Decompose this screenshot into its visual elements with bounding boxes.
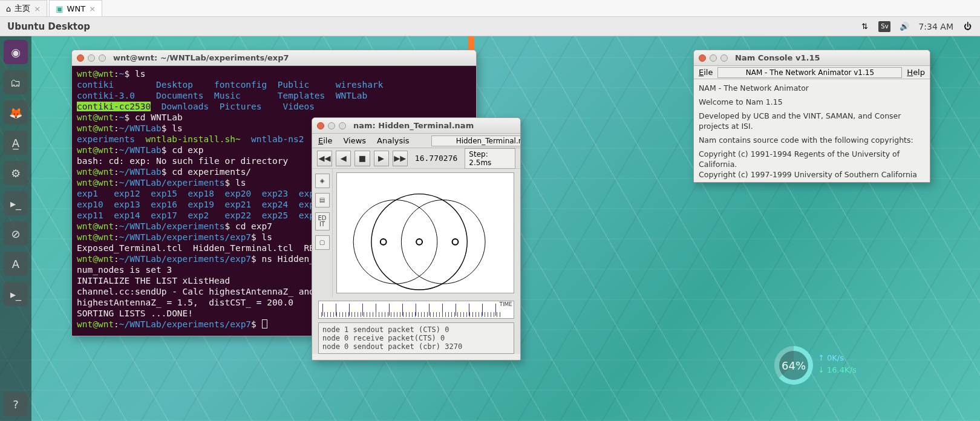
log-line: node 0 receive packet(CTS) 0 bbox=[322, 334, 510, 342]
window-maximize-icon[interactable] bbox=[720, 54, 728, 62]
gnome-menubar: Ubuntu Desktop ⇅ Sv 🔊 7:34 AM ⏻ bbox=[0, 17, 980, 36]
console-line: Developed by UCB and the VINT, SAMAN, an… bbox=[699, 111, 925, 131]
console-menu-file[interactable]: Eile bbox=[699, 68, 713, 77]
close-icon[interactable]: × bbox=[89, 4, 96, 13]
launcher-dash-icon[interactable]: ◉ bbox=[4, 40, 28, 64]
launcher: ◉ 🗂 🦊 A̲ ⚙ ▸_ ⊘ A ▸_ ? bbox=[0, 36, 31, 421]
home-icon: ⌂ bbox=[6, 4, 11, 13]
terminal-title: wnt@wnt: ~/WNTLab/experiments/exp7 bbox=[113, 53, 289, 62]
nam-step[interactable]: Step: 2.5ms bbox=[465, 148, 515, 169]
svg-point-3 bbox=[381, 239, 387, 245]
tab-wnt-label: WNT bbox=[67, 4, 86, 13]
console-field: NAM - The Network Animator v1.15 bbox=[717, 67, 902, 78]
nam-console-menubar: Eile NAM - The Network Animator v1.15 He… bbox=[694, 66, 930, 79]
session-icon[interactable]: ⏻ bbox=[962, 21, 973, 32]
window-maximize-icon[interactable] bbox=[99, 54, 106, 62]
console-line: Copyright (c) 1997-1999 University of So… bbox=[699, 169, 925, 180]
console-menu-help[interactable]: Help bbox=[907, 68, 925, 77]
hud-ring: 64% bbox=[774, 346, 813, 385]
nam-titlebar[interactable]: nam: Hidden_Terminal.nam bbox=[312, 118, 520, 134]
window-minimize-icon[interactable] bbox=[710, 54, 717, 62]
nam-time: 16.770276 bbox=[411, 154, 461, 163]
window-close-icon[interactable] bbox=[699, 54, 706, 62]
window-close-icon[interactable] bbox=[317, 122, 324, 129]
nam-menu-file[interactable]: Eile bbox=[318, 136, 332, 145]
network-hud: 64% ↑ 0K/s ↓ 16.4K/s bbox=[774, 346, 859, 385]
launcher-software-icon[interactable]: A bbox=[4, 252, 28, 276]
nam-diagram bbox=[337, 173, 514, 293]
tab-wnt[interactable]: ▣ WNT × bbox=[49, 0, 102, 16]
nam-title: nam: Hidden_Terminal.nam bbox=[353, 121, 474, 130]
desktop: ◉ 🗂 🦊 A̲ ⚙ ▸_ ⊘ A ▸_ ? wnt@wnt: ~/WNTLab… bbox=[0, 36, 980, 421]
tab-home-label: 主页 bbox=[15, 3, 30, 14]
launcher-help-icon[interactable]: ? bbox=[4, 392, 28, 416]
nam-filename-box: Hidden_Terminal.nam bbox=[431, 135, 521, 146]
window-minimize-icon[interactable] bbox=[328, 122, 335, 129]
launcher-files-icon[interactable]: 🗂 bbox=[4, 70, 28, 94]
launcher-terminal-icon[interactable]: ▸_ bbox=[4, 191, 28, 215]
hud-download: ↓ 16.4K/s bbox=[818, 364, 857, 376]
keyboard-indicator[interactable]: Sv bbox=[878, 21, 890, 32]
svg-point-0 bbox=[353, 200, 437, 284]
launcher-terminal2-icon[interactable]: ▸_ bbox=[4, 282, 28, 306]
rewind-button[interactable]: ◀◀ bbox=[317, 151, 332, 166]
nam-console-titlebar[interactable]: Nam Console v1.15 bbox=[694, 50, 930, 66]
nam-toolbar: ◀◀ ◀ ■ ▶ ▶▶ 16.770276 Step: 2.5ms bbox=[312, 148, 520, 169]
network-icon[interactable]: ⇅ bbox=[859, 21, 870, 32]
tab-home[interactable]: ⌂ 主页 × bbox=[0, 0, 47, 16]
fast-forward-button[interactable]: ▶▶ bbox=[393, 151, 408, 166]
play-button[interactable]: ▶ bbox=[374, 151, 389, 166]
launcher-disk-icon[interactable]: ⊘ bbox=[4, 221, 28, 246]
browser-tabstrip: ⌂ 主页 × ▣ WNT × bbox=[0, 0, 980, 17]
page-icon: ▣ bbox=[56, 4, 63, 13]
nam-console-window: Nam Console v1.15 Eile NAM - The Network… bbox=[693, 50, 930, 183]
svg-point-2 bbox=[401, 200, 485, 284]
app-title: Ubuntu Desktop bbox=[7, 21, 90, 32]
nam-console-body[interactable]: NAM - The Network Animator Welcome to Na… bbox=[694, 79, 930, 182]
log-line: node 1 sendout packet (CTS) 0 bbox=[322, 325, 510, 334]
stop-button[interactable]: ■ bbox=[354, 151, 370, 166]
nam-tool-stack-icon[interactable]: ▤ bbox=[315, 193, 330, 207]
window-close-icon[interactable] bbox=[77, 54, 84, 62]
nam-tool-edit-button[interactable]: ED IT bbox=[315, 212, 330, 230]
terminal-titlebar[interactable]: wnt@wnt: ~/WNTLab/experiments/exp7 bbox=[72, 50, 476, 66]
nam-timeline[interactable]: TIME bbox=[318, 301, 514, 319]
nam-tool-cube-icon[interactable]: ◈ bbox=[315, 174, 330, 188]
sound-icon[interactable]: 🔊 bbox=[899, 21, 910, 32]
window-maximize-icon[interactable] bbox=[339, 122, 346, 129]
hud-percent: 64% bbox=[782, 359, 806, 372]
svg-point-4 bbox=[416, 239, 422, 245]
nam-log: node 1 sendout packet (CTS) 0 node 0 rec… bbox=[318, 322, 514, 354]
console-line: Nam contains source code with the follow… bbox=[699, 135, 925, 145]
clock[interactable]: 7:34 AM bbox=[918, 22, 953, 31]
console-line: NAM - The Network Animator bbox=[699, 83, 925, 93]
nam-menu-analysis[interactable]: Analysis bbox=[377, 136, 410, 145]
close-icon[interactable]: × bbox=[34, 4, 41, 13]
launcher-settings-icon[interactable]: ⚙ bbox=[4, 161, 28, 185]
timeline-label: TIME bbox=[499, 301, 512, 307]
nam-sidebar: ◈ ▤ ED IT ▢ bbox=[312, 169, 333, 297]
log-line: node 0 sendout packet (cbr) 3270 bbox=[322, 342, 510, 351]
nam-menu-views[interactable]: Views bbox=[343, 136, 366, 145]
nam-console-title: Nam Console v1.15 bbox=[735, 53, 820, 62]
nam-menubar: Eile Views Analysis Hidden_Terminal.nam bbox=[312, 134, 520, 148]
nam-canvas[interactable] bbox=[336, 172, 514, 293]
launcher-firefox-icon[interactable]: 🦊 bbox=[4, 100, 28, 125]
console-line: Copyright (c) 1991-1994 Regents of the U… bbox=[699, 149, 925, 169]
svg-point-5 bbox=[452, 239, 459, 245]
terminal-cursor bbox=[262, 319, 267, 328]
launcher-app-icon[interactable]: A̲ bbox=[4, 131, 28, 155]
nam-tool-box-icon[interactable]: ▢ bbox=[315, 235, 330, 250]
window-minimize-icon[interactable] bbox=[88, 54, 95, 62]
nam-window: nam: Hidden_Terminal.nam Eile Views Anal… bbox=[312, 117, 521, 361]
console-line: Welcome to Nam 1.15 bbox=[699, 97, 925, 107]
step-back-button[interactable]: ◀ bbox=[336, 151, 351, 166]
hud-upload: ↑ 0K/s bbox=[818, 352, 857, 364]
